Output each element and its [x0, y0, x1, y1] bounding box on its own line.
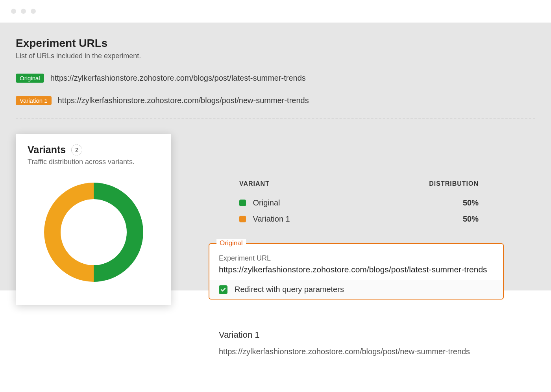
experiment-url-label: Experiment URL — [219, 254, 494, 263]
tag-variation1: Variation 1 — [16, 96, 52, 105]
check-icon — [220, 287, 226, 292]
variation1-panel: Variation 1 https://zylkerfashionstore.z… — [219, 330, 470, 356]
variant-count-badge: 2 — [71, 144, 82, 155]
url-row-variation1: Variation 1 https://zylkerfashionstore.z… — [16, 96, 535, 105]
distribution-table: VARIANT DISTRIBUTION Original 50% Variat… — [219, 180, 479, 231]
cell-variant: Original — [239, 198, 280, 207]
window-dot — [21, 9, 26, 14]
original-panel-footer: Redirect with query parameters — [209, 280, 503, 299]
cell-distribution: 50% — [463, 214, 479, 224]
variants-card: Variants 2 Traffic distribution across v… — [16, 134, 171, 305]
original-panel[interactable]: Original Experiment URL https://zylkerfa… — [209, 243, 504, 300]
experiment-url-value: https://zylkerfashionstore.zohostore.com… — [219, 265, 494, 274]
variants-subtitle: Traffic distribution across variants. — [28, 158, 159, 166]
variation1-url: https://zylkerfashionstore.zohostore.com… — [219, 347, 470, 356]
original-url: https://zylkerfashionstore.zohostore.com… — [50, 74, 306, 83]
col-variant: VARIANT — [239, 180, 270, 187]
page-title: Experiment URLs — [16, 37, 535, 50]
table-header: VARIANT DISTRIBUTION — [239, 180, 479, 187]
swatch-variation1 — [239, 216, 246, 222]
donut-chart — [16, 177, 171, 287]
page-subtitle: List of URLs included in the experiment. — [16, 52, 535, 60]
cell-distribution: 50% — [463, 198, 479, 207]
col-distribution: DISTRIBUTION — [429, 180, 479, 187]
browser-chrome — [0, 0, 551, 23]
page-header: Experiment URLs List of URLs included in… — [16, 37, 535, 60]
variant-name-original: Original — [253, 198, 280, 207]
redirect-label: Redirect with query parameters — [235, 285, 344, 294]
variants-title-text: Variants — [28, 144, 66, 155]
swatch-original — [239, 200, 246, 206]
variation1-title: Variation 1 — [219, 330, 470, 340]
window-dot — [11, 9, 16, 14]
url-list: Original https://zylkerfashionstore.zoho… — [16, 74, 535, 105]
donut-icon — [39, 177, 149, 287]
table-row: Original 50% — [239, 198, 479, 207]
window-dot — [31, 9, 36, 14]
cell-variant: Variation 1 — [239, 214, 290, 224]
variant-name-variation1: Variation 1 — [253, 214, 290, 223]
section-divider — [16, 118, 535, 119]
variants-title: Variants 2 — [28, 144, 159, 155]
table-row: Variation 1 50% — [239, 214, 479, 224]
redirect-checkbox[interactable] — [219, 285, 227, 294]
url-row-original: Original https://zylkerfashionstore.zoho… — [16, 74, 535, 83]
original-panel-legend: Original — [216, 239, 246, 247]
variation1-url: https://zylkerfashionstore.zohostore.com… — [58, 96, 309, 105]
tag-original: Original — [16, 74, 44, 83]
